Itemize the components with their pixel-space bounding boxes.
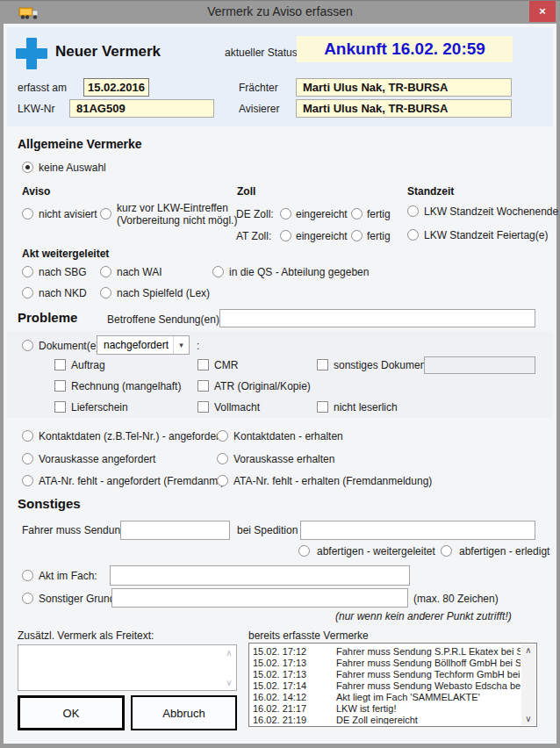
radio-qs-abteilung[interactable] — [212, 266, 224, 277]
bei-spedition-input[interactable] — [300, 521, 535, 540]
sonstiger-grund-input[interactable] — [111, 588, 408, 608]
radio-nicht-avisiert-label: nicht avisiert — [39, 209, 97, 220]
radio-nach-spielfeld-label: nach Spielfeld (Lex) — [117, 288, 210, 299]
radio-nach-spielfeld[interactable] — [100, 287, 111, 298]
akt-im-fach-input[interactable] — [110, 565, 410, 586]
radio-vorauskasse-erhalten-label: Vorauskasse erhalten — [233, 454, 334, 465]
list-scrollbar[interactable]: ∧ ∨ — [521, 644, 535, 725]
chevron-down-icon[interactable]: ▾ — [173, 336, 189, 354]
radio-kurz-vor-eintreffen-label: kurz vor LKW-Eintreffen(Vorbereitung nic… — [117, 202, 237, 227]
radio-qs-abteilung-label: in die QS - Abteilung gegeben — [229, 267, 369, 278]
radio-de-zoll-fertig-label: fertig — [367, 209, 391, 220]
radio-abfertigen-weitergeleitet-label: abfertigen - weitergeleitet — [317, 546, 435, 557]
close-icon[interactable]: × — [529, 1, 556, 22]
list-item[interactable]: 16.02. 14:12Akt liegt im Fach 'SAMMELAKT… — [253, 692, 521, 703]
sonstiges-dokument-input[interactable] — [424, 356, 535, 374]
at-zoll-label: AT Zoll: — [236, 231, 271, 242]
scroll-down-icon[interactable]: ∨ — [521, 713, 535, 725]
radio-de-zoll-fertig[interactable] — [351, 208, 363, 219]
radio-kurz-vor-eintreffen[interactable] — [100, 208, 111, 219]
freitext-label: Zusätzl. Vermerk als Freitext: — [18, 630, 154, 642]
abbruch-button[interactable]: Abbruch — [131, 695, 237, 730]
list-item[interactable]: 16.02. 21:17LKW ist fertig! — [253, 703, 521, 715]
scroll-up-icon[interactable]: ∧ — [521, 644, 535, 657]
radio-vorauskasse-angefordert[interactable] — [22, 453, 33, 464]
checkbox-rechnung[interactable] — [54, 380, 66, 392]
radio-dokumente-label: Dokument(e) — [39, 341, 99, 352]
scroll-up-icon[interactable]: ∧ — [224, 648, 234, 658]
status-value: Ankunft 16.02. 20:59 — [297, 36, 513, 62]
de-zoll-label: DE Zoll: — [236, 209, 274, 220]
checkbox-rechnung-label: Rechnung (mangelhaft) — [71, 381, 181, 392]
radio-ata-erhalten[interactable] — [217, 475, 228, 486]
radio-nach-nkd-label: nach NKD — [39, 288, 87, 299]
checkbox-vollmacht[interactable] — [197, 401, 209, 413]
radio-kontaktdaten-erhalten[interactable] — [217, 430, 228, 442]
checkbox-cmr-label: CMR — [214, 360, 238, 371]
radio-dokumente[interactable] — [22, 340, 33, 351]
titlebar: Vermerk zu Aviso erfassen × — [0, 1, 560, 24]
checkbox-cmr[interactable] — [197, 359, 209, 370]
radio-abfertigen-erledigt[interactable] — [441, 545, 452, 557]
radio-keine-auswahl[interactable] — [22, 162, 33, 173]
list-item[interactable]: 15.02. 17:14Fahrer muss Sendung Webasto … — [253, 680, 521, 692]
radio-at-zoll-eingereicht-label: eingereicht — [296, 231, 348, 242]
radio-de-zoll-eingereicht-label: eingereicht — [296, 209, 348, 220]
radio-nach-sbg[interactable] — [22, 266, 33, 277]
radio-nach-wai[interactable] — [100, 266, 111, 277]
group-standzeit-heading: Standzeit — [407, 185, 454, 198]
list-item[interactable]: 16.02. 21:19DE Zoll eingereicht — [253, 715, 521, 724]
radio-kontaktdaten-angefordert-label: Kontaktdaten (z.B.Tel-Nr.) - angefordert — [39, 431, 222, 442]
checkbox-sonstiges-dokument[interactable] — [317, 359, 328, 370]
fahrer-sendung-input[interactable] — [120, 521, 230, 540]
radio-at-zoll-eingereicht[interactable] — [280, 230, 291, 241]
radio-nach-nkd[interactable] — [22, 287, 33, 298]
radio-standzeit-feiertag[interactable] — [407, 229, 419, 241]
group-akt-heading: Akt weitergeleitet — [22, 248, 109, 260]
dokumente-dropdown-value: nachgefordert — [104, 339, 169, 351]
list-item[interactable]: 15.02. 17:13Fahrer muss Sendung Böllhoff… — [253, 658, 521, 669]
radio-kontaktdaten-angefordert[interactable] — [22, 430, 33, 442]
checkbox-atr-label: ATR (Original/Kopie) — [214, 381, 311, 392]
radio-vorauskasse-erhalten[interactable] — [217, 453, 228, 464]
checkbox-nicht-leserlich[interactable] — [317, 401, 328, 413]
freitext-textarea[interactable] — [18, 645, 222, 690]
radio-abfertigen-weitergeleitet[interactable] — [298, 545, 310, 557]
betroffene-sendungen-label: Betroffene Sendung(en): — [107, 314, 222, 326]
new-note-title: Neuer Vermerk — [55, 43, 161, 61]
radio-akt-im-fach[interactable] — [22, 570, 33, 581]
vermerke-list: 15.02. 17:12Fahrer muss Sendung S.P.R.L … — [253, 646, 521, 724]
radio-sonstiger-grund[interactable] — [22, 593, 33, 604]
checkbox-auftrag[interactable] — [54, 359, 66, 370]
radio-at-zoll-fertig[interactable] — [351, 230, 363, 241]
vermerke-listbox[interactable]: 15.02. 17:12Fahrer muss Sendung S.P.R.L … — [248, 643, 537, 727]
list-item[interactable]: 15.02. 17:13Fahrer muss Sendung Techform… — [253, 669, 521, 680]
radio-nach-sbg-label: nach SBG — [39, 267, 87, 278]
max-zeichen-hint: (max. 80 Zeichen) — [413, 593, 499, 605]
radio-ata-angefordert[interactable] — [22, 475, 33, 486]
ok-button[interactable]: OK — [18, 695, 125, 730]
checkbox-vollmacht-label: Vollmacht — [214, 402, 260, 414]
radio-standzeit-wochenende[interactable] — [407, 205, 419, 217]
radio-standzeit-feiertag-label: LKW Standzeit Feiertag(e) — [424, 230, 548, 241]
checkbox-atr[interactable] — [197, 380, 209, 392]
radio-nicht-avisiert[interactable] — [22, 208, 33, 219]
freitext-area-frame: ∧ ∨ — [18, 644, 237, 691]
window-title: Vermerk zu Aviso erfassen — [0, 4, 560, 18]
radio-kontaktdaten-erhalten-label: Kontaktdaten - erhalten — [233, 431, 343, 442]
vermerke-list-label: bereits erfasste Vermerke — [248, 630, 369, 642]
erfasst-am-field: 15.02.2016 — [83, 78, 149, 97]
betroffene-sendungen-input[interactable] — [219, 309, 535, 327]
checkbox-lieferschein[interactable] — [54, 401, 66, 413]
dokumente-dropdown[interactable]: nachgefordert ▾ — [97, 335, 190, 355]
radio-nach-wai-label: nach WAI — [117, 267, 162, 278]
lkw-nr-field: 81AG509 — [69, 99, 214, 118]
list-item[interactable]: 15.02. 17:12Fahrer muss Sendung S.P.R.L … — [253, 646, 521, 658]
avisierer-label: Avisierer — [239, 104, 279, 115]
scroll-down-icon[interactable]: ∨ — [224, 678, 234, 687]
fraechter-label: Frächter — [239, 83, 278, 94]
dokumente-colon: : — [197, 341, 199, 352]
radio-de-zoll-eingereicht[interactable] — [280, 208, 291, 219]
group-aviso-heading: Aviso — [22, 185, 50, 198]
radio-ata-erhalten-label: ATA-Nr. fehlt - erhalten (Fremdanmeldung… — [233, 476, 432, 487]
